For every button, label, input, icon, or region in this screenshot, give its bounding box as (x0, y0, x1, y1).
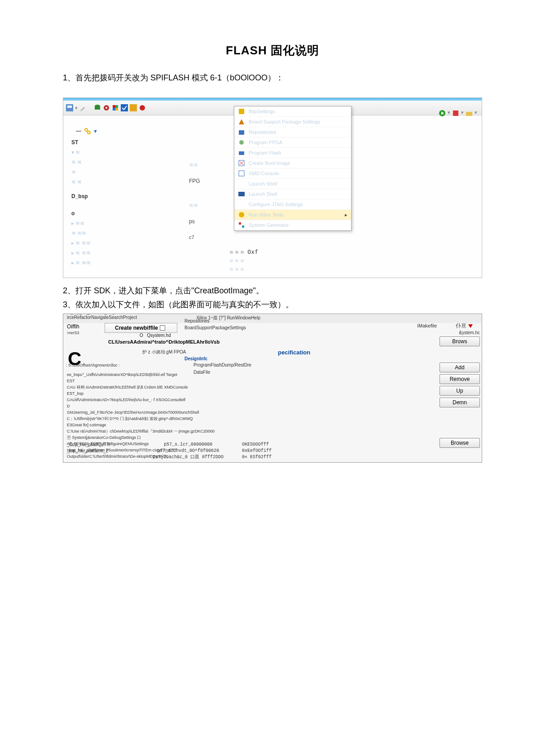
svg-rect-28 (242, 225, 244, 228)
menu-item[interactable]: XMD Console (234, 168, 351, 179)
wrench-icon (79, 104, 87, 111)
tree-o[interactable]: o (67, 208, 152, 218)
up-button[interactable]: Up (440, 386, 480, 396)
svg-rect-15 (466, 112, 472, 116)
folder-icon (466, 110, 473, 117)
svg-rect-8 (113, 108, 115, 111)
rers3-label: >rerS3 (65, 330, 103, 336)
svg-point-18 (88, 131, 90, 134)
hdr-faint-1: em_tDp_hw_pl3tFcnn_4/EyEtem.hcF-JCiinifS… (65, 314, 153, 315)
db-icon (94, 104, 101, 111)
menu-item[interactable]: System Generator (234, 220, 351, 230)
tree-blur-9: ▸ ≋ ≋≋ (67, 258, 152, 268)
step-3: 3、依次加入以下文件，如图（此图界面可能与真实的不一致）。 (63, 299, 482, 311)
step-2: 2、打开 SDK，进入如下菜单，点击"CreatBootImage"。 (63, 285, 482, 297)
create-bif-button[interactable]: Create newbiffile (105, 323, 177, 333)
oiffih-label: Oiffih (65, 323, 103, 330)
svg-rect-11 (130, 104, 137, 111)
svg-rect-24 (239, 171, 244, 176)
menubar-left: irceRefactorNavigateSearchProject (67, 315, 137, 322)
browse-button[interactable]: Browse (440, 438, 480, 448)
svg-point-5 (105, 107, 107, 109)
editor-gutter: ≋≋ FPG ≋≋ ps c7 (189, 152, 234, 250)
menu-item[interactable]: Program Flash (234, 148, 351, 158)
svg-rect-9 (115, 108, 118, 111)
page-title: FLASH 固化说明 (63, 43, 482, 58)
puzzle-icon (112, 104, 119, 111)
demn-button[interactable]: Demn (440, 398, 480, 407)
svg-rect-22 (239, 151, 244, 155)
left-panel: Oiffih >rerS3 (65, 323, 103, 336)
remove-button[interactable]: Remove (440, 374, 480, 384)
svg-point-12 (140, 105, 145, 111)
menu-item[interactable]: Repositories (234, 127, 351, 137)
tree-blur-5: ▸ ≋≋ (67, 218, 152, 228)
svg-rect-6 (113, 105, 115, 108)
editor-text: ≋ ≋ ≋ Oxf ≋ ≋ ≋ ≋ ≋ ≋ (229, 248, 258, 272)
tree-blur-6: ≋ ≋≋ (67, 228, 152, 238)
svg-rect-1 (67, 106, 72, 108)
svg-rect-7 (115, 105, 118, 108)
menu-item[interactable]: Launch Shell (234, 179, 351, 189)
tree-blur-1: ▾ ≋ (67, 147, 152, 157)
tree-blur-4: ≋ ≋ (67, 177, 152, 187)
menu-item[interactable]: Board Support Package Settings (234, 117, 351, 127)
toolbar-right: ▾ ▾ ▾ (439, 110, 477, 117)
tree-blur-3: ≋ (67, 167, 152, 177)
tree-dbsp[interactable]: D_bsp (67, 191, 152, 201)
svg-rect-14 (453, 111, 458, 116)
run-icon (439, 110, 446, 117)
link-icon (84, 128, 91, 135)
menu-item[interactable]: Create Boot Image (234, 158, 351, 168)
st-offset-label: : STEteOffsetAhgnmentAlloc : (66, 363, 119, 367)
svg-rect-25 (238, 192, 245, 196)
menu-item[interactable]: Launch Shell (234, 189, 351, 199)
screenshot-2: em_tDp_hw_pl3tFcnn_4/EyEtem.hcF-JCiinifS… (63, 314, 482, 463)
menu-item[interactable]: Program FPGA (234, 137, 351, 148)
tree-st[interactable]: ST (67, 137, 152, 147)
xilinx-tools-menu: BspSettings Board Support Package Settin… (234, 106, 352, 231)
topright-labels: iMakefile (418, 323, 437, 328)
screenshot-1: ▾ ▾ (63, 97, 482, 278)
mid-column: Repositories BoardSupportPackageSettings… (185, 318, 292, 362)
tree-blur-2: ≋ ≋ (67, 157, 152, 167)
svg-rect-19 (239, 109, 244, 114)
svg-point-17 (85, 128, 88, 131)
svg-point-21 (239, 140, 244, 145)
svg-rect-20 (239, 130, 244, 135)
step-1: 1、首先把拨码开关改为 SPIFLASH 模式 6-1（bOOlOOO）： (63, 72, 482, 84)
collapse-icon (75, 128, 82, 135)
svg-rect-16 (76, 131, 81, 132)
dot-icon (139, 104, 146, 111)
tree-blur-8: ▸ ≋ ≋≋ (67, 248, 152, 258)
menu-item-highlighted[interactable]: Run Xilinx Tools▸ (234, 210, 351, 220)
small-path: 护 z 小路珀 gM FPOA (142, 349, 186, 355)
address-table: _Dop_hw_pliatfQirTTip57_s.lcr_08000000OK… (67, 442, 437, 460)
checkbox-icon[interactable] (160, 325, 165, 331)
svg-rect-10 (121, 104, 128, 111)
svg-rect-3 (95, 106, 100, 110)
svg-point-26 (239, 212, 244, 217)
x-icon (130, 104, 137, 111)
menu-item[interactable]: Configure JTAG Settings (234, 199, 351, 210)
dropdown-icon: ▾ (75, 105, 78, 111)
tool-icon (452, 110, 459, 117)
menu-item[interactable]: BspSettings (234, 106, 351, 117)
check-icon (121, 104, 128, 111)
disk-icon (66, 104, 73, 111)
brows-button[interactable]: Brows (440, 336, 480, 346)
pfdr: ProgramFlashDump/RestDre (193, 363, 251, 367)
add-button[interactable]: Add (440, 363, 480, 372)
project-tree: ▼ ST ▾ ≋ ≋ ≋ ≋ ≋ ≋ D_bsp o ▸ ≋≋ ≋ ≋≋ ▸ ≋… (67, 125, 152, 268)
svg-rect-27 (239, 222, 241, 225)
tree-blur-7: ▸ ≋ ≋≋ (67, 238, 152, 248)
gear-icon (103, 104, 110, 111)
